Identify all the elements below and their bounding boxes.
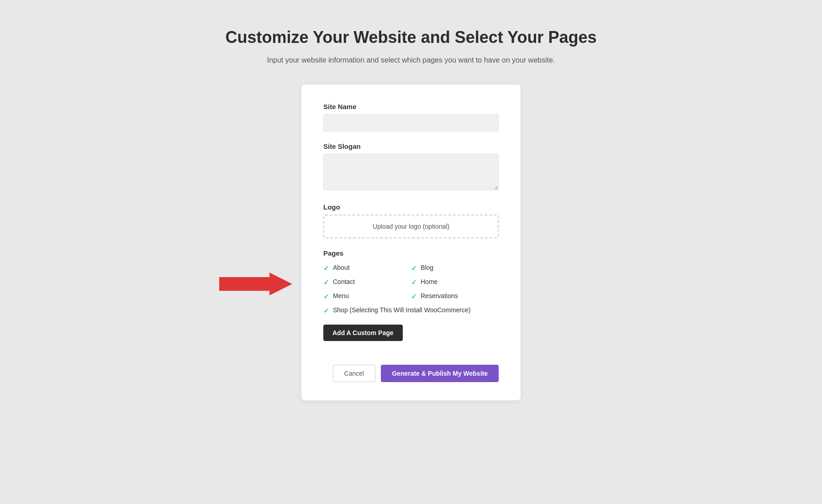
logo-field-group: Logo Upload your logo (optional) [323, 203, 499, 238]
arrow-icon [219, 273, 292, 295]
check-reservations-icon: ✓ [411, 292, 417, 301]
add-custom-page-button[interactable]: Add A Custom Page [323, 325, 403, 341]
logo-upload-area[interactable]: Upload your logo (optional) [323, 215, 499, 238]
page-title: Customize Your Website and Select Your P… [226, 27, 597, 47]
check-menu-icon: ✓ [323, 292, 329, 301]
page-item-reservations[interactable]: ✓ Reservations [411, 292, 499, 301]
pages-label: Pages [323, 249, 499, 257]
page-item-blog[interactable]: ✓ Blog [411, 263, 499, 273]
logo-label: Logo [323, 203, 499, 211]
pages-field-group: Pages ✓ About ✓ Blog ✓ Contact ✓ Home [323, 249, 499, 354]
site-slogan-field-group: Site Slogan [323, 142, 499, 192]
check-blog-icon: ✓ [411, 263, 417, 273]
page-subtitle: Input your website information and selec… [226, 54, 597, 66]
page-blog-label: Blog [421, 263, 433, 273]
publish-button[interactable]: Generate & Publish My Website [381, 365, 499, 382]
page-reservations-label: Reservations [421, 292, 458, 301]
check-home-icon: ✓ [411, 278, 417, 287]
pages-grid: ✓ About ✓ Blog ✓ Contact ✓ Home ✓ [323, 263, 499, 315]
page-home-label: Home [421, 278, 437, 287]
cancel-button[interactable]: Cancel [333, 365, 376, 382]
footer-buttons: Cancel Generate & Publish My Website [323, 365, 499, 382]
site-name-field-group: Site Name [323, 103, 499, 131]
page-menu-label: Menu [333, 292, 349, 301]
page-item-home[interactable]: ✓ Home [411, 278, 499, 287]
site-name-label: Site Name [323, 103, 499, 110]
svg-marker-0 [219, 273, 292, 295]
check-contact-icon: ✓ [323, 278, 329, 287]
page-contact-label: Contact [333, 278, 355, 287]
form-card: Site Name Site Slogan Logo Upload your l… [301, 84, 521, 400]
arrow-container [219, 273, 292, 295]
check-about-icon: ✓ [323, 263, 329, 273]
site-slogan-input[interactable] [323, 154, 499, 190]
site-slogan-label: Site Slogan [323, 142, 499, 150]
page-header: Customize Your Website and Select Your P… [226, 27, 597, 66]
page-shop-label: Shop (Selecting This Will Install WooCom… [333, 306, 470, 315]
page-about-label: About [333, 263, 350, 273]
page-item-contact[interactable]: ✓ Contact [323, 278, 411, 287]
page-item-shop[interactable]: ✓ Shop (Selecting This Will Install WooC… [323, 306, 499, 315]
site-name-input[interactable] [323, 114, 499, 131]
page-item-menu[interactable]: ✓ Menu [323, 292, 411, 301]
card-wrapper: Site Name Site Slogan Logo Upload your l… [301, 84, 521, 400]
check-shop-icon: ✓ [323, 306, 329, 315]
logo-upload-text: Upload your logo (optional) [373, 223, 449, 230]
page-item-about[interactable]: ✓ About [323, 263, 411, 273]
